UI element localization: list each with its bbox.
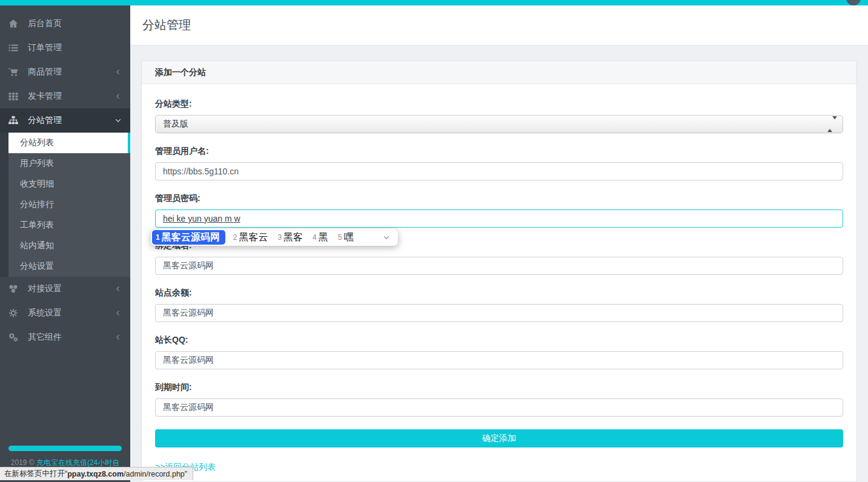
ime-candidate-index: 1: [156, 233, 160, 242]
page-header: 分站管理: [130, 5, 868, 45]
add-substation-card: 添加一个分站 分站类型: 普及版 管理员用户名:: [141, 61, 857, 482]
expire-time-label: 到期时间:: [155, 382, 843, 393]
sidebar-item-other-components[interactable]: 其它组件: [0, 325, 130, 349]
expire-time-input[interactable]: [155, 398, 843, 417]
submenu-item-label: 收支明细: [20, 179, 54, 190]
status-domain: ppay.txqz8.com: [67, 470, 124, 478]
status-suffix: ”: [185, 470, 187, 478]
submenu-item-notices[interactable]: 站内通知: [8, 236, 130, 256]
content-area: 添加一个分站 分站类型: 普及版 管理员用户名:: [130, 45, 868, 482]
card-header: 添加一个分站: [142, 61, 856, 84]
copyright-text: 2019 ©: [11, 458, 35, 467]
sidebar-item-label: 对接设置: [28, 283, 62, 294]
ime-expand-chevron-icon[interactable]: [382, 233, 391, 242]
sidebar-item-substations[interactable]: 分站管理: [0, 108, 130, 133]
sidebar-item-label: 分站管理: [28, 115, 62, 126]
chevron-left-icon: [114, 68, 122, 76]
ime-candidate-index: 4: [313, 233, 317, 242]
sidebar-item-label: 商品管理: [28, 67, 62, 78]
sidebar-item-system-settings[interactable]: 系统设置: [0, 301, 130, 325]
ime-composition-text: hei ke yun yuan m w: [163, 214, 240, 223]
field-expire-time: 到期时间:: [155, 382, 843, 417]
site-balance-label: 站点余额:: [155, 288, 843, 299]
webmaster-qq-label: 站长QQ:: [155, 335, 843, 346]
submenu-item-label: 分站列表: [20, 137, 54, 148]
cart-icon: [8, 67, 18, 77]
sidebar-item-label: 订单管理: [28, 42, 62, 53]
bind-domain-input[interactable]: [155, 257, 843, 275]
ime-candidate-1[interactable]: 1 黑客云源码网: [152, 230, 225, 245]
submenu-item-label: 用户列表: [20, 158, 54, 169]
field-site-type: 分站类型: 普及版: [155, 99, 843, 133]
ime-candidate-3[interactable]: 3 黑客: [277, 231, 303, 244]
ime-candidate-index: 2: [233, 233, 237, 242]
main-area: 分站管理 添加一个分站 分站类型: 普及版: [130, 0, 868, 482]
page-title: 分站管理: [142, 17, 191, 33]
list-icon: [8, 43, 18, 53]
sidebar-item-home[interactable]: 后台首页: [0, 12, 130, 36]
card-body: 分站类型: 普及版 管理员用户名: 管理员密码:: [142, 84, 856, 481]
confirm-add-button[interactable]: 确定添加: [155, 429, 843, 447]
ime-candidate-2[interactable]: 2 黑客云: [233, 231, 268, 244]
webmaster-qq-input[interactable]: [155, 351, 843, 369]
sidebar-item-label: 发卡管理: [28, 91, 62, 102]
chevron-left-icon: [114, 285, 122, 292]
sitemap-icon: [8, 116, 18, 125]
submenu-item-tickets[interactable]: 工单列表: [8, 215, 130, 236]
field-admin-username: 管理员用户名:: [155, 146, 843, 180]
submenu-item-substation-list[interactable]: 分站列表: [8, 133, 130, 153]
submenu-item-settings[interactable]: 分站设置: [8, 256, 130, 277]
submenu-item-label: 工单列表: [20, 220, 54, 231]
ime-candidate-text: 嘿: [343, 231, 353, 244]
chevron-left-icon: [114, 309, 122, 317]
submenu-item-income-expense[interactable]: 收支明细: [8, 174, 130, 194]
admin-username-input[interactable]: [155, 162, 843, 180]
admin-username-label: 管理员用户名:: [155, 146, 843, 157]
admin-password-input[interactable]: hei ke yun yuan m w: [155, 210, 843, 228]
gear-icon: [8, 308, 18, 318]
substations-submenu: 分站列表 用户列表 收支明细 分站排行 工单列表 站内通知 分站: [0, 133, 130, 277]
home-icon: [8, 19, 18, 28]
sidebar-nav: 后台首页 订单管理 商品管理: [0, 5, 130, 349]
ime-candidate-4[interactable]: 4 黑: [313, 231, 328, 244]
ime-candidate-index: 5: [338, 233, 342, 242]
sidebar-item-products[interactable]: 商品管理: [0, 60, 130, 84]
submenu-item-user-list[interactable]: 用户列表: [8, 153, 130, 174]
ime-candidate-index: 3: [277, 233, 282, 242]
user-avatar[interactable]: [846, 0, 861, 5]
sidebar-item-label: 系统设置: [28, 308, 62, 319]
sidebar-item-cards[interactable]: 发卡管理: [0, 84, 130, 108]
submenu-item-label: 分站设置: [20, 261, 54, 272]
site-type-selected-value: 普及版: [163, 119, 188, 130]
chevron-left-icon: [114, 93, 122, 100]
field-site-balance: 站点余额:: [155, 288, 843, 322]
sidebar-item-label: 其它组件: [28, 332, 62, 343]
ime-candidate-text: 黑客云: [239, 231, 268, 244]
top-navbar: [0, 0, 868, 5]
ime-candidate-text: 黑: [319, 231, 328, 244]
field-webmaster-qq: 站长QQ:: [155, 335, 843, 369]
card-title: 添加一个分站: [155, 67, 206, 78]
sidebar-item-label: 后台首页: [28, 18, 62, 29]
ime-candidate-text: 黑客云源码网: [162, 231, 220, 244]
nodes-icon: [8, 284, 18, 294]
admin-password-label: 管理员密码:: [155, 193, 843, 204]
footer-link[interactable]: 充电宝在线充值(24小时自: [36, 458, 119, 467]
submenu-item-ranking[interactable]: 分站排行: [8, 194, 130, 215]
chevron-down-icon: [114, 117, 122, 124]
ime-candidate-text: 黑客: [283, 231, 303, 244]
status-prefix: 在新标签页中打开“: [4, 469, 67, 479]
admin-app: 后台首页 订单管理 商品管理: [0, 0, 868, 482]
ime-candidate-5[interactable]: 5 嘿: [338, 231, 354, 244]
site-balance-input[interactable]: [155, 304, 843, 322]
submenu-item-label: 站内通知: [20, 240, 54, 251]
status-path: /admin/record.php: [124, 470, 185, 478]
sidebar-item-orders[interactable]: 订单管理: [0, 36, 130, 60]
site-type-label: 分站类型:: [155, 99, 843, 110]
sidebar-item-integration[interactable]: 对接设置: [0, 277, 130, 301]
select-stepper-icon: [827, 119, 837, 129]
ime-candidate-window: 1 黑客云源码网 2 黑客云 3 黑客: [151, 229, 398, 246]
sidebar-progress-pill: [8, 446, 122, 451]
grid-icon: [8, 91, 18, 101]
site-type-select[interactable]: 普及版: [155, 115, 843, 133]
